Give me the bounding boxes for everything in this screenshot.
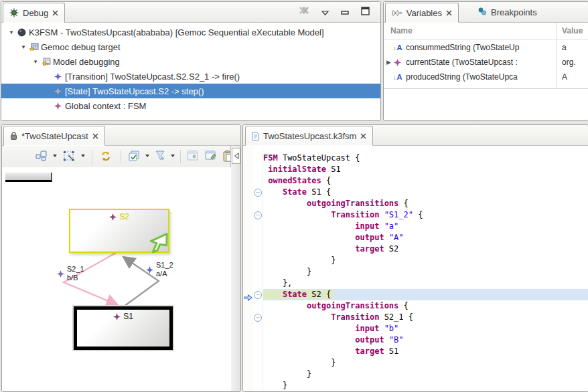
- debug-tree-label: K3FSM - TwoStatesUpcast(abababa) [Gemoc …: [27, 27, 324, 37]
- code-line[interactable]: }: [263, 255, 588, 266]
- selection-mode-icon[interactable]: [63, 151, 75, 162]
- variable-row[interactable]: LAconsummedString (TwoStateUpa: [384, 40, 588, 55]
- code-line[interactable]: },: [263, 278, 588, 289]
- file-icon: [252, 132, 259, 140]
- tab-variables[interactable]: (x)= Variables: [385, 3, 459, 23]
- close-icon[interactable]: [446, 10, 452, 16]
- code-line[interactable]: Transition "S1_2" {: [263, 209, 588, 221]
- view-menu-icon[interactable]: [321, 6, 329, 18]
- debug-tree-item[interactable]: ▾Gemoc debug target: [1, 39, 380, 54]
- state-node-s1[interactable]: S1: [74, 306, 173, 350]
- layers-icon[interactable]: [129, 151, 141, 162]
- code-line[interactable]: }: [263, 369, 588, 380]
- code-area[interactable]: –––– FSM TwoStateUpcast { initialState S…: [243, 146, 588, 391]
- expander-icon[interactable]: ▾: [7, 29, 16, 35]
- debug-tree-item[interactable]: ▾K3FSM - TwoStatesUpcast(abababa) [Gemoc…: [1, 25, 380, 39]
- code-token: S2 {: [307, 290, 331, 299]
- code-line[interactable]: output "B": [263, 334, 588, 346]
- expander-icon[interactable]: ▶: [384, 59, 394, 66]
- diagram-tabbar: *TwoStateUpcast: [2, 125, 240, 146]
- code-line[interactable]: output "A": [263, 232, 588, 243]
- current-state-cursor-icon: [148, 231, 169, 258]
- debug-tree-item[interactable]: Global context : FSM: [1, 98, 380, 113]
- filters-icon[interactable]: [155, 151, 167, 161]
- code-line[interactable]: }: [263, 380, 588, 391]
- keyword-token: Transition: [331, 210, 379, 219]
- string-variable-icon: LA: [394, 72, 406, 82]
- debug-tree-item[interactable]: [Transition] TwoStateUpcast.S2.S2_1 -> f…: [1, 69, 380, 84]
- tab-breakpoints[interactable]: Breakpoints: [471, 3, 543, 21]
- state-icon: [109, 213, 117, 221]
- tab-k3fsm-file[interactable]: TwoStatesUpcast.k3fsm: [245, 126, 373, 146]
- minimize-icon[interactable]: [341, 6, 349, 18]
- keyword-token: Transition: [331, 312, 379, 322]
- folding-ruler[interactable]: ––––: [253, 146, 263, 391]
- filters-dropdown[interactable]: [171, 155, 175, 157]
- code-token: {: [413, 210, 423, 219]
- transition-name: S2_1: [67, 265, 84, 274]
- code-token: [263, 244, 355, 254]
- keyword-token: output: [355, 233, 384, 242]
- keyword-token: target: [355, 347, 384, 356]
- code-line[interactable]: input "a": [263, 221, 588, 232]
- code-line[interactable]: target S2: [263, 243, 588, 255]
- transition-label-s1_2[interactable]: S1_2 a/A: [146, 261, 173, 278]
- variable-row[interactable]: LAproducedString (TwoStateUpcaA: [384, 70, 588, 84]
- column-value[interactable]: Value: [562, 26, 583, 35]
- close-icon[interactable]: [360, 133, 366, 139]
- close-icon[interactable]: [52, 10, 58, 16]
- code-line[interactable]: outgoingTransitions {: [263, 198, 588, 209]
- variable-row[interactable]: ▶currentState (TwoStateUpcast :org.: [384, 55, 588, 70]
- diagram-canvas[interactable]: S2 S1 S2_1 b/B: [2, 167, 231, 391]
- debug-tree-item[interactable]: ▾Model debugging: [1, 54, 380, 69]
- fold-collapse-icon[interactable]: –: [254, 211, 262, 219]
- layers-dropdown[interactable]: [145, 155, 149, 157]
- edit-properties-icon[interactable]: [205, 151, 216, 161]
- keyword-token: outgoingTransitions: [307, 301, 398, 310]
- code-line[interactable]: State S2 {: [263, 289, 588, 300]
- arrange-all-icon[interactable]: [35, 151, 47, 161]
- remove-all-terminated-icon[interactable]: [299, 6, 309, 18]
- code-line[interactable]: }: [263, 357, 588, 369]
- selection-dropdown[interactable]: [81, 155, 85, 157]
- fold-collapse-icon[interactable]: –: [254, 291, 262, 299]
- show-properties-icon[interactable]: [187, 151, 198, 161]
- code-line[interactable]: ownedStates {: [263, 175, 588, 187]
- annotation-ruler[interactable]: [243, 146, 253, 391]
- column-name[interactable]: Name: [390, 26, 413, 35]
- code-line[interactable]: FSM TwoStateUpcast {: [263, 153, 588, 164]
- code-line[interactable]: outgoingTransitions {: [263, 300, 588, 312]
- arrange-dropdown[interactable]: [53, 155, 57, 157]
- expander-icon[interactable]: ▾: [31, 58, 40, 65]
- expander-icon[interactable]: ▾: [19, 43, 28, 50]
- code-line[interactable]: Transition S2_1 {: [263, 312, 588, 323]
- code-line[interactable]: input "b": [263, 323, 588, 334]
- transition-label-s2_1[interactable]: S2_1 b/B: [57, 265, 84, 282]
- variables-table-header: Name Value: [384, 23, 588, 40]
- debug-target-icon: [28, 43, 40, 52]
- string-variable-icon: LA: [394, 43, 406, 52]
- close-icon[interactable]: [92, 133, 98, 139]
- keyword-token: ownedStates: [268, 176, 321, 185]
- tab-debug[interactable]: Debug: [3, 3, 65, 23]
- model-debugging-icon: [40, 58, 52, 66]
- tab-breakpoints-label: Breakpoints: [491, 7, 537, 17]
- refresh-icon[interactable]: [100, 151, 112, 162]
- code-line[interactable]: }: [263, 266, 588, 278]
- code-token: [263, 233, 355, 242]
- frame-state-icon: [52, 88, 64, 95]
- keyword-token: output: [355, 335, 384, 345]
- tab-diagram[interactable]: *TwoStateUpcast: [3, 126, 105, 146]
- code-token: S2: [384, 244, 399, 254]
- maximize-icon[interactable]: [361, 6, 370, 18]
- code-token: [384, 335, 389, 345]
- state-s1-label: S1: [123, 312, 133, 321]
- code-line[interactable]: initialState S1: [263, 164, 588, 175]
- code-line[interactable]: State S1 {: [263, 187, 588, 198]
- fold-collapse-icon[interactable]: –: [254, 189, 262, 197]
- fold-collapse-icon[interactable]: –: [254, 314, 262, 322]
- collapse-palette-icon[interactable]: [232, 148, 240, 164]
- code-line[interactable]: target S1: [263, 346, 588, 357]
- debug-tree-item[interactable]: [State] TwoStateUpcast.S2 -> step(): [1, 84, 380, 98]
- string-token: "b": [384, 324, 399, 333]
